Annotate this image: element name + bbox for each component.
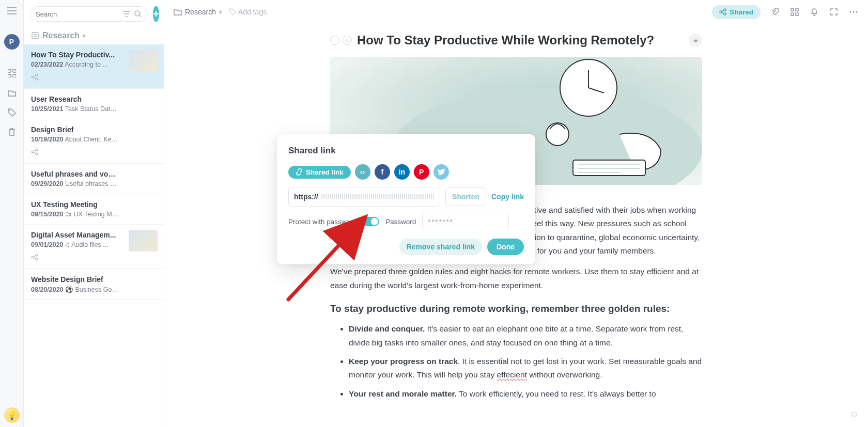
add-note-button[interactable]: +: [153, 6, 159, 22]
share-icon: [31, 148, 157, 157]
tag-icon[interactable]: [7, 107, 17, 118]
svg-point-8: [36, 74, 38, 76]
note-title: Website Design Brief: [31, 275, 116, 283]
svg-rect-3: [13, 74, 16, 77]
chevron-down-icon: ▾: [83, 33, 86, 39]
more-icon[interactable]: [848, 7, 859, 17]
svg-point-29: [546, 123, 569, 146]
svg-point-16: [230, 10, 231, 11]
title-status-icons: ☺: [330, 36, 352, 45]
password-label: Password: [385, 218, 416, 226]
topbar: Research ▾ Add tags Shared: [164, 0, 868, 24]
breadcrumb[interactable]: Research ▾: [174, 8, 222, 16]
note-item[interactable]: Design Brief 10/19/2020 About Client: Ke…: [24, 119, 164, 164]
folder-icon[interactable]: [7, 88, 17, 98]
share-url-field[interactable]: https://: [288, 187, 440, 207]
avatar[interactable]: P: [4, 34, 20, 50]
svg-point-15: [36, 258, 38, 260]
shared-link-pill[interactable]: Shared link: [288, 166, 351, 179]
note-title: UX Testing Meeting: [31, 200, 116, 209]
facebook-icon[interactable]: f: [375, 164, 390, 180]
shorten-button[interactable]: Shorten: [445, 187, 486, 206]
grid-icon[interactable]: [7, 68, 17, 78]
twitter-icon[interactable]: [433, 164, 449, 180]
pinterest-icon[interactable]: P: [414, 164, 429, 180]
shared-button[interactable]: Shared: [712, 5, 761, 19]
share-icon: [31, 254, 157, 262]
note-item[interactable]: Useful phrases and vocabulary 09/29/2020…: [24, 164, 164, 194]
sidebar: + Research ▾ How To Stay Productiv... 02…: [24, 0, 164, 427]
heading: To stay productive during remote working…: [330, 301, 702, 317]
note-item[interactable]: User Research 10/25/2021 Task Status Dat…: [24, 89, 164, 119]
linkedin-icon[interactable]: in: [394, 164, 410, 180]
attachment-icon[interactable]: [770, 7, 780, 17]
copy-link-button[interactable]: Copy link: [491, 193, 524, 201]
note-title: Design Brief: [31, 125, 116, 134]
note-meta: 10/25/2021 Task Status Date/Time Emai...: [31, 105, 119, 113]
remove-shared-link-button[interactable]: Remove shared link: [399, 239, 482, 255]
list-item: Keep your progress on track. It is essen…: [349, 355, 702, 382]
note-thumbnail: [129, 230, 158, 251]
svg-rect-2: [8, 74, 11, 77]
shared-link-modal: Shared link Shared link ‹› f in P https:…: [277, 134, 535, 264]
expand-icon[interactable]: [829, 7, 839, 17]
svg-point-14: [36, 254, 38, 256]
svg-rect-23: [796, 13, 798, 15]
list-item: Divide and conquer. It's easier to eat a…: [349, 322, 702, 350]
password-input[interactable]: *******: [422, 214, 509, 229]
feedback-icon[interactable]: ☺: [849, 409, 859, 420]
chevron-down-icon: ▾: [219, 9, 222, 15]
note-title: Digital Asset Managem...: [31, 231, 116, 239]
face-icon[interactable]: ☺: [343, 36, 352, 45]
svg-point-4: [9, 110, 10, 111]
svg-rect-1: [13, 69, 16, 72]
svg-point-24: [849, 11, 851, 12]
svg-rect-6: [32, 33, 38, 39]
menu-icon[interactable]: [5, 4, 19, 18]
password-toggle[interactable]: [363, 217, 379, 226]
note-meta: 09/01/2020 ♫ Audio files ...: [31, 241, 119, 248]
note-meta: 09/29/2020 Useful phrases and vocabu...: [31, 180, 119, 187]
note-meta: 02/23/2022 According to ...: [31, 61, 119, 68]
search-input[interactable]: [30, 6, 148, 22]
note-meta: 09/15/2020 🗂 UX Testing Meeting Age...: [31, 211, 119, 218]
note-item[interactable]: Website Design Brief 08/20/2020 ⚽ Busine…: [24, 269, 164, 300]
doc-menu-icon[interactable]: ≡: [689, 34, 702, 47]
note-title: User Research: [31, 95, 116, 103]
done-button[interactable]: Done: [487, 239, 524, 255]
note-title: Useful phrases and vocabulary: [31, 170, 116, 178]
svg-point-9: [36, 78, 38, 80]
note-meta: 08/20/2020 ⚽ Business Goals In this s...: [31, 286, 119, 293]
modal-title: Shared link: [288, 146, 524, 156]
apps-icon[interactable]: [789, 7, 800, 17]
svg-rect-21: [796, 8, 798, 11]
svg-point-7: [32, 76, 34, 78]
svg-point-25: [853, 11, 854, 12]
embed-icon[interactable]: ‹›: [355, 164, 370, 180]
svg-point-5: [135, 11, 140, 16]
share-icon: [31, 73, 157, 82]
svg-point-26: [856, 11, 857, 12]
lightbulb-icon[interactable]: 💡: [4, 407, 20, 423]
note-item[interactable]: How To Stay Productiv... 02/23/2022 Acco…: [24, 44, 164, 89]
search-icon[interactable]: [134, 10, 142, 18]
trash-icon[interactable]: [7, 127, 17, 137]
note-item[interactable]: UX Testing Meeting 09/15/2020 🗂 UX Testi…: [24, 194, 164, 225]
note-title: How To Stay Productiv...: [31, 51, 116, 59]
sidebar-title[interactable]: Research ▾: [24, 25, 164, 44]
svg-point-10: [32, 151, 34, 153]
filter-icon[interactable]: [122, 10, 131, 18]
svg-rect-20: [791, 8, 794, 11]
note-thumbnail: [129, 50, 158, 71]
paragraph: We've prepared three golden rules and ei…: [330, 265, 702, 292]
doc-title[interactable]: How To Stay Productive While Working Rem…: [357, 33, 654, 48]
svg-rect-0: [8, 69, 11, 72]
add-tags-button[interactable]: Add tags: [229, 8, 267, 16]
svg-point-12: [36, 153, 38, 155]
list-item: Your rest and morale matter. To work eff…: [349, 387, 702, 401]
circle-icon[interactable]: [330, 36, 339, 45]
svg-point-18: [724, 9, 726, 11]
bell-icon[interactable]: [809, 7, 819, 17]
left-rail: P 💡: [0, 0, 24, 427]
note-item[interactable]: Digital Asset Managem... 09/01/2020 ♫ Au…: [24, 225, 164, 269]
